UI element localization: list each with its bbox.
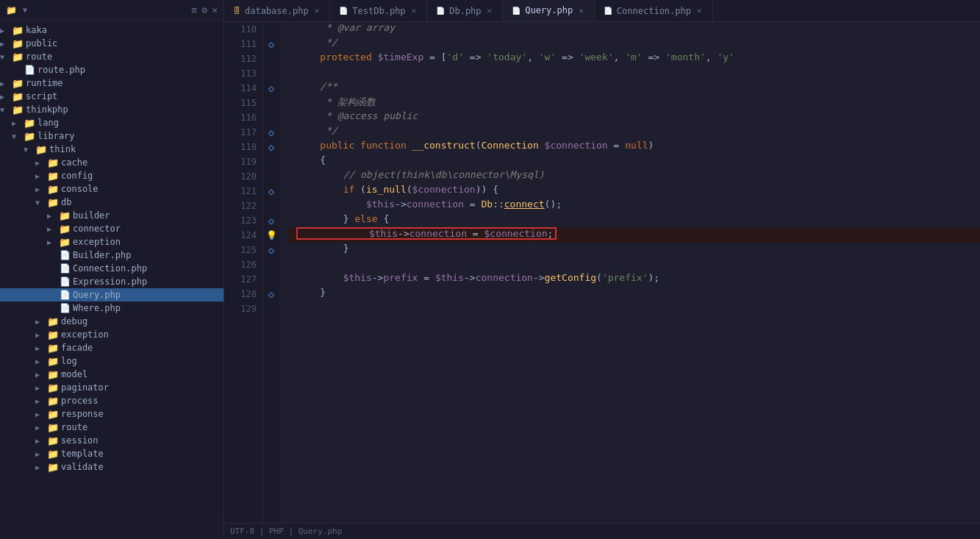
sidebar-header-icons: ≡ ⚙ ✕ xyxy=(192,4,218,15)
code-text-125: } xyxy=(288,243,980,257)
tree-label-debug: debug xyxy=(61,316,87,326)
tree-arrow-response: ▶ xyxy=(35,410,47,418)
tab-bar: 🗄database.php✕📄TestDb.php✕📄Db.php✕📄Query… xyxy=(224,0,980,22)
sidebar-item-facade[interactable]: ▶📁facade xyxy=(0,341,223,354)
sidebar-item-Where.php[interactable]: 📄Where.php xyxy=(0,301,223,315)
tab-icon-database: 🗄 xyxy=(233,7,240,15)
sidebar-item-session[interactable]: ▶📁session xyxy=(0,434,223,447)
layout-icon[interactable]: ≡ xyxy=(192,4,198,15)
tab-label-database: database.php xyxy=(245,6,309,16)
sidebar-item-lang[interactable]: ▶📁lang xyxy=(0,116,223,129)
sidebar-item-log[interactable]: ▶📁log xyxy=(0,354,223,368)
sidebar-item-runtime[interactable]: ▶📁runtime xyxy=(0,76,223,90)
code-text-110: * @var array xyxy=(288,22,980,37)
tree-arrow-db: ▼ xyxy=(35,199,47,207)
line-number-111: 111 xyxy=(224,37,262,51)
settings-icon[interactable]: ⚙ xyxy=(201,4,207,15)
sidebar-item-Expression.php[interactable]: 📄Expression.php xyxy=(0,275,223,288)
tree-arrow-paginator: ▶ xyxy=(35,384,47,392)
tree-arrow-config: ▶ xyxy=(35,172,47,180)
line-marker-120 xyxy=(263,169,279,184)
sidebar-item-exception2[interactable]: ▶📁exception xyxy=(0,328,223,341)
tab-close-query[interactable]: ✕ xyxy=(577,5,585,16)
folder-icon-route2: 📁 xyxy=(47,421,59,433)
code-line-114: /** xyxy=(288,81,980,96)
folder-icon-kaka: 📁 xyxy=(12,24,24,36)
line-number-118: 118 xyxy=(224,140,262,154)
sidebar-item-kaka[interactable]: ▶📁kaka xyxy=(0,24,223,37)
line-marker-119 xyxy=(263,154,279,169)
sidebar-item-console[interactable]: ▶📁console xyxy=(0,182,223,196)
sidebar: 📁 ▼ ≡ ⚙ ✕ ▶📁kaka▶📁public▼📁route📄route.ph… xyxy=(0,0,224,539)
folder-icon-process: 📁 xyxy=(47,395,59,407)
line-marker-112 xyxy=(263,51,279,66)
sidebar-item-cache[interactable]: ▶📁cache xyxy=(0,156,223,169)
tab-db[interactable]: 📄Db.php✕ xyxy=(427,0,503,21)
code-text-115: * 架构函数 xyxy=(288,96,980,110)
folder-icon-lang: 📁 xyxy=(24,117,35,129)
sidebar-item-thinkphp[interactable]: ▼📁thinkphp xyxy=(0,103,223,116)
tree-label-Connection.php: Connection.php xyxy=(73,263,147,274)
tab-close-connection[interactable]: ✕ xyxy=(695,5,704,16)
sidebar-item-process[interactable]: ▶📁process xyxy=(0,394,223,407)
tab-query[interactable]: 📄Query.php✕ xyxy=(503,0,595,22)
sidebar-item-route.php[interactable]: 📄route.php xyxy=(0,63,223,76)
line-marker-124: 💡 xyxy=(263,228,279,243)
sidebar-item-debug[interactable]: ▶📁debug xyxy=(0,315,223,328)
code-line-115: * 架构函数 xyxy=(288,96,980,110)
tab-testdb[interactable]: 📄TestDb.php✕ xyxy=(330,0,427,21)
sidebar-item-exception[interactable]: ▶📁exception xyxy=(0,235,223,249)
sidebar-item-validate[interactable]: ▶📁validate xyxy=(0,460,223,474)
sidebar-item-config[interactable]: ▶📁config xyxy=(0,169,223,182)
sidebar-item-connector[interactable]: ▶📁connector xyxy=(0,222,223,235)
code-text-122: $this->connection = Db::connect(); xyxy=(288,199,980,213)
folder-icon-runtime: 📁 xyxy=(12,77,24,89)
code-line-110: * @var array xyxy=(288,22,980,37)
sidebar-item-paginator[interactable]: ▶📁paginator xyxy=(0,381,223,394)
tree-label-Expression.php: Expression.php xyxy=(73,276,147,287)
tab-label-db: Db.php xyxy=(449,6,481,16)
sidebar-item-Query.php[interactable]: 📄Query.php xyxy=(0,288,223,301)
file-blue-icon-Connection.php: 📄 xyxy=(59,263,71,274)
sidebar-item-response[interactable]: ▶📁response xyxy=(0,407,223,421)
tree-label-db: db xyxy=(61,197,71,207)
line-number-125: 125 xyxy=(224,243,262,257)
tab-connection[interactable]: 📄Connection.php✕ xyxy=(595,0,713,21)
tab-close-db[interactable]: ✕ xyxy=(486,5,494,16)
line-marker-113 xyxy=(263,66,279,81)
tree-label-runtime: runtime xyxy=(26,78,63,88)
sidebar-item-Builder.php[interactable]: 📄Builder.php xyxy=(0,249,223,262)
code-area[interactable]: 1101111121131141151161171181191201211221… xyxy=(224,22,980,523)
sidebar-item-library[interactable]: ▼📁library xyxy=(0,129,223,143)
sidebar-item-route[interactable]: ▼📁route xyxy=(0,50,223,63)
file-php-icon-route.php: 📄 xyxy=(24,64,35,76)
tab-close-database[interactable]: ✕ xyxy=(313,5,321,16)
bookmark-icon: ◇ xyxy=(268,82,274,94)
code-line-125: } xyxy=(288,243,980,257)
tree-arrow-thinkphp: ▼ xyxy=(0,106,12,114)
close-icon[interactable]: ✕ xyxy=(212,4,218,15)
line-marker-110 xyxy=(263,22,279,37)
sidebar-item-script[interactable]: ▶📁script xyxy=(0,90,223,103)
sidebar-item-route2[interactable]: ▶📁route xyxy=(0,421,223,434)
code-line-126 xyxy=(288,257,980,272)
tree-arrow-public: ▶ xyxy=(0,40,12,48)
tree-arrow-exception: ▶ xyxy=(47,238,59,246)
sidebar-item-template[interactable]: ▶📁template xyxy=(0,447,223,460)
sidebar-item-Connection.php[interactable]: 📄Connection.php xyxy=(0,262,223,275)
sidebar-item-builder[interactable]: ▶📁builder xyxy=(0,209,223,222)
tab-database[interactable]: 🗄database.php✕ xyxy=(224,0,330,21)
sidebar-item-think[interactable]: ▼📁think xyxy=(0,143,223,156)
sidebar-item-public[interactable]: ▶📁public xyxy=(0,37,223,50)
tab-close-testdb[interactable]: ✕ xyxy=(410,5,418,16)
tree-arrow-library: ▼ xyxy=(12,132,24,140)
bookmark-icon: ◇ xyxy=(268,126,274,138)
sidebar-item-model[interactable]: ▶📁model xyxy=(0,368,223,381)
code-line-118: public function __construct(Connection $… xyxy=(288,140,980,154)
sidebar-item-db[interactable]: ▼📁db xyxy=(0,196,223,209)
line-number-127: 127 xyxy=(224,272,262,287)
sidebar-title-area: 📁 ▼ xyxy=(6,5,27,15)
folder-icon: 📁 xyxy=(6,5,17,15)
code-line-120: // object(think\db\connector\Mysql) xyxy=(288,169,980,184)
tree-label-session: session xyxy=(61,435,99,446)
